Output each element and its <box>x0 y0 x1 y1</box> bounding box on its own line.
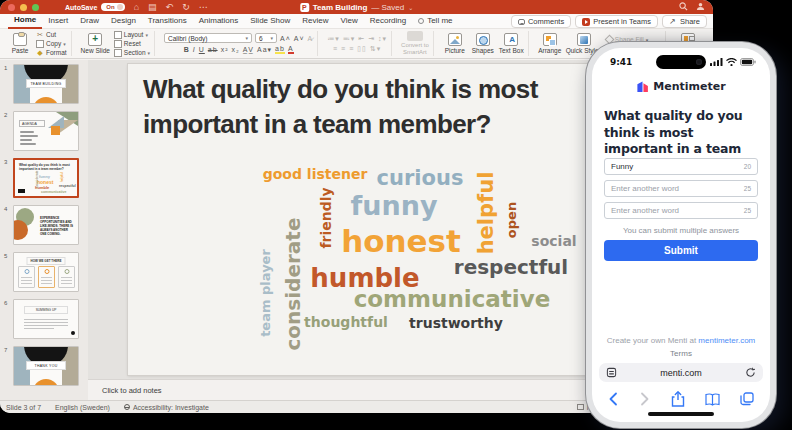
slide-thumbnail-1[interactable]: TEAM BUILDING <box>13 64 79 104</box>
tab-home[interactable]: Home <box>8 13 42 29</box>
close-window-button[interactable] <box>8 4 15 11</box>
underline-button[interactable]: U <box>199 46 205 53</box>
language-status[interactable]: English (Sweden) <box>55 404 110 411</box>
zoom-window-button[interactable] <box>32 4 39 11</box>
shapes-button[interactable]: Shapes <box>471 33 495 54</box>
bookmarks-icon[interactable] <box>705 393 720 406</box>
slide-thumbnail-4[interactable]: EXPERIENCE OPPORTUNITIES AND LIKE-MINDS.… <box>13 205 79 245</box>
tab-design[interactable]: Design <box>105 14 142 28</box>
autosave-toggle[interactable]: AutoSave On <box>65 3 125 11</box>
new-slide-label: New Slide <box>81 47 110 54</box>
text-box-button[interactable]: Text Box <box>499 33 524 54</box>
page-settings-icon[interactable] <box>606 367 617 378</box>
arrange-button[interactable]: Arrange <box>538 33 562 54</box>
paste-label: Paste <box>12 47 29 54</box>
align-right-button[interactable]: ≡ <box>349 45 354 52</box>
reset-button[interactable]: Reset <box>114 40 150 48</box>
slide-thumbnail-2[interactable]: AGENDA <box>13 111 79 151</box>
subscript-button[interactable]: x₂ <box>231 46 239 53</box>
tabs-icon[interactable] <box>740 392 754 406</box>
font-size-select[interactable]: 6▾ <box>255 33 277 43</box>
cut-button[interactable]: ✂Cut <box>36 31 67 39</box>
layout-button[interactable]: Layout ▾ <box>114 31 150 39</box>
columns-button[interactable]: ▯▯ <box>357 45 367 53</box>
reload-icon[interactable] <box>745 367 756 378</box>
format-painter-button[interactable]: ◆Format <box>36 49 67 57</box>
present-in-teams-button[interactable]: Present in Teams <box>575 15 658 28</box>
answer-input-3[interactable]: Enter another word25 <box>604 202 758 219</box>
comments-button-label: Comments <box>528 17 564 26</box>
slide-thumbnail-3-selected[interactable]: What quality do you think is mostimporta… <box>13 158 79 198</box>
submit-button[interactable]: Submit <box>604 240 758 261</box>
teams-icon <box>582 18 590 26</box>
mentimeter-link[interactable]: mentimeter.com <box>698 336 755 345</box>
paste-button[interactable]: Paste <box>8 33 32 54</box>
battery-icon <box>740 58 756 66</box>
answer-input-1[interactable]: Funny20 <box>604 158 758 175</box>
undo-icon[interactable]: ↶ <box>166 3 174 12</box>
indent-decrease-button[interactable]: ⇤ <box>358 35 365 43</box>
highlight-color-button[interactable]: ab <box>275 45 285 54</box>
save-icon[interactable]: ▤ <box>148 3 157 12</box>
minimize-window-button[interactable] <box>20 4 27 11</box>
align-left-button[interactable]: ≡ <box>333 45 338 52</box>
safari-url-bar[interactable]: menti.com <box>599 363 763 382</box>
title-chevron-icon[interactable]: ⌄ <box>408 4 413 11</box>
line-spacing-button[interactable]: ↕▾ <box>378 35 387 43</box>
font-name-select[interactable]: Calibri (Body)▾ <box>164 33 252 43</box>
tab-review[interactable]: Review <box>296 14 334 28</box>
account-icon[interactable] <box>696 2 705 11</box>
tab-transitions[interactable]: Transitions <box>142 14 193 28</box>
accessibility-status[interactable]: Accessibility: Investigate <box>124 404 209 411</box>
new-slide-button[interactable]: New Slide <box>81 33 110 54</box>
strikethrough-button[interactable]: ab <box>208 46 218 53</box>
home-indicator[interactable] <box>648 412 714 416</box>
numbering-button[interactable]: ≕▾ <box>343 35 356 43</box>
slide-thumbnail-7[interactable]: THANK YOU <box>13 346 79 386</box>
more-commands-icon[interactable]: ⋯ <box>199 3 208 12</box>
tab-animations[interactable]: Animations <box>193 14 245 28</box>
character-spacing-button[interactable]: A̲V̲ <box>243 46 254 53</box>
section-button[interactable]: Section ▾ <box>114 49 150 57</box>
search-icon[interactable] <box>679 2 688 11</box>
tab-insert[interactable]: Insert <box>42 14 74 28</box>
tab-view[interactable]: View <box>335 14 364 28</box>
text-direction-button[interactable]: ⇅▾ <box>370 45 381 53</box>
convert-to-smartart-button[interactable]: Convert to SmartArt <box>401 31 429 55</box>
clear-formatting-button[interactable]: A̷ <box>308 35 314 42</box>
slide-number-status[interactable]: Slide 3 of 7 <box>6 404 41 411</box>
bullets-button[interactable]: ≔▾ <box>327 35 340 43</box>
cut-icon: ✂ <box>36 31 44 39</box>
iphone-frame: 9:41 Mentimeter What quality do you thin… <box>586 42 776 428</box>
tab-draw[interactable]: Draw <box>74 14 105 28</box>
share-sheet-icon[interactable] <box>671 391 685 407</box>
share-button[interactable]: Share <box>662 15 707 28</box>
terms-link[interactable]: Terms <box>592 349 770 358</box>
home-icon[interactable]: ⌂ <box>134 3 139 12</box>
italic-button[interactable]: I <box>193 46 196 53</box>
safari-toolbar <box>602 388 760 410</box>
answer-input-2[interactable]: Enter another word25 <box>604 180 758 197</box>
tab-slide-show[interactable]: Slide Show <box>244 14 296 28</box>
smartart-group: Convert to SmartArt <box>397 31 434 56</box>
comments-button[interactable]: Comments <box>511 15 571 28</box>
slide-thumbnail-5[interactable]: HOW WE GET THERE <box>13 252 79 292</box>
indent-increase-button[interactable]: ⇥ <box>368 35 375 43</box>
bold-button[interactable]: B <box>184 46 190 53</box>
back-icon[interactable] <box>608 392 619 406</box>
paste-icon <box>13 33 27 46</box>
tab-recording[interactable]: Recording <box>364 14 412 28</box>
grow-font-button[interactable]: A˄ <box>280 35 291 42</box>
font-color-button[interactable]: A <box>288 45 294 54</box>
forward-icon[interactable] <box>639 392 650 406</box>
tab-tell-me[interactable]: Tell me <box>412 14 458 28</box>
shrink-font-button[interactable]: A˅ <box>294 35 305 42</box>
copy-button[interactable]: Copy ▾ <box>36 40 67 48</box>
slide-thumbnail-6[interactable]: SUMMING UP <box>13 299 79 339</box>
change-case-button[interactable]: Aa▾ <box>257 46 272 54</box>
superscript-button[interactable]: x² <box>221 46 229 53</box>
phone-time: 9:41 <box>610 57 632 67</box>
redo-icon[interactable]: ↻ <box>182 3 190 12</box>
picture-button[interactable]: Picture <box>443 33 467 54</box>
align-center-button[interactable]: ≡ <box>341 45 346 52</box>
